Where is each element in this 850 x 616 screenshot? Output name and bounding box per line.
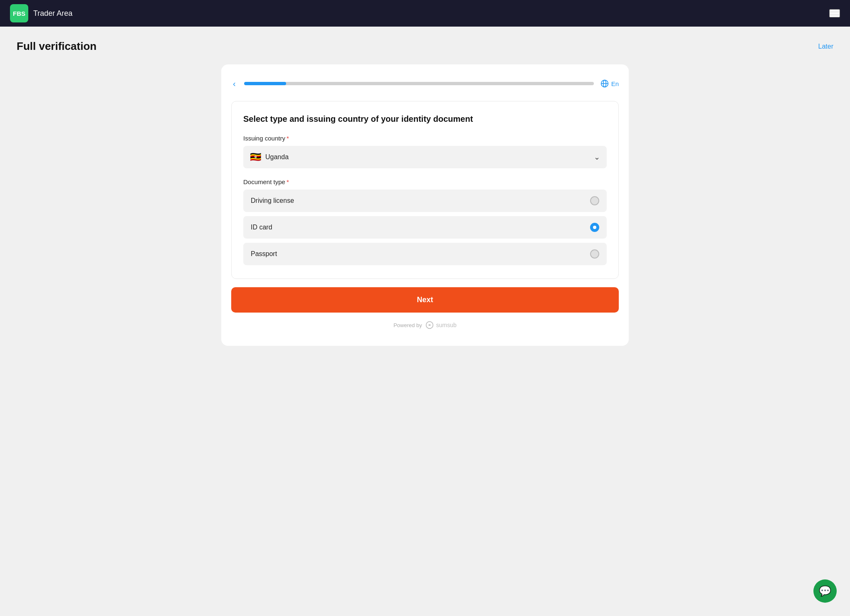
- required-star-doc: *: [287, 178, 289, 185]
- chat-button[interactable]: 💬: [813, 579, 837, 603]
- hamburger-line: [830, 10, 839, 11]
- progress-fill: [244, 82, 286, 85]
- next-button[interactable]: Next: [231, 287, 619, 313]
- radio-label-id-card: ID card: [251, 224, 272, 231]
- hamburger-line: [830, 13, 839, 14]
- form-card: Select type and issuing country of your …: [231, 101, 619, 279]
- fbs-logo: FBS: [10, 4, 28, 22]
- radio-id-card[interactable]: ID card: [243, 216, 607, 239]
- hamburger-line: [830, 16, 839, 17]
- radio-label-passport: Passport: [251, 250, 277, 258]
- radio-label-driving-license: Driving license: [251, 197, 294, 205]
- sumsub-label: sumsub: [436, 322, 457, 328]
- back-button[interactable]: ‹: [231, 78, 237, 89]
- sumsub-logo: sumsub: [425, 321, 457, 329]
- powered-by-label: Powered by: [393, 322, 422, 328]
- page-title: Full verification: [17, 40, 96, 53]
- form-card-title: Select type and issuing country of your …: [243, 113, 607, 125]
- sumsub-icon: [425, 321, 434, 329]
- document-type-label: Document type*: [243, 178, 607, 185]
- page-header: Full verification Later: [17, 40, 833, 53]
- header-title: Trader Area: [33, 9, 72, 18]
- radio-driving-license[interactable]: Driving license: [243, 190, 607, 212]
- progress-row: ‹ En: [231, 78, 619, 89]
- radio-circle-passport: [590, 249, 599, 259]
- header-left: FBS Trader Area: [10, 4, 72, 22]
- main-content: Full verification Later ‹ En Select type…: [0, 27, 850, 616]
- chat-icon: 💬: [819, 585, 831, 597]
- country-value: 🇺🇬 Uganda: [250, 152, 289, 163]
- globe-icon: [600, 79, 609, 88]
- radio-passport[interactable]: Passport: [243, 243, 607, 265]
- country-name: Uganda: [265, 153, 289, 161]
- powered-by: Powered by sumsub: [231, 321, 619, 329]
- required-star: *: [287, 135, 289, 142]
- language-button[interactable]: En: [600, 79, 619, 88]
- progress-bar: [244, 82, 594, 85]
- radio-circle-id-card: [590, 223, 599, 232]
- country-select[interactable]: 🇺🇬 Uganda ⌄: [243, 146, 607, 168]
- app-header: FBS Trader Area: [0, 0, 850, 27]
- menu-button[interactable]: [829, 9, 840, 17]
- main-card: ‹ En Select type and issuing country of …: [221, 64, 629, 346]
- radio-circle-driving-license: [590, 196, 599, 205]
- issuing-country-label: Issuing country*: [243, 135, 607, 142]
- chevron-down-icon: ⌄: [594, 153, 600, 162]
- language-label: En: [611, 80, 619, 87]
- later-button[interactable]: Later: [818, 43, 833, 50]
- country-flag: 🇺🇬: [250, 152, 261, 163]
